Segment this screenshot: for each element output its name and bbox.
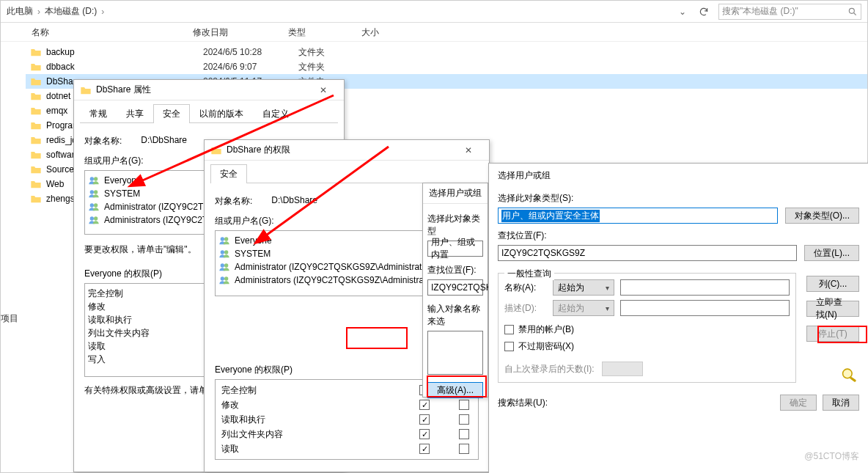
breadcrumb-disk[interactable]: 本地磁盘 (D:) — [45, 5, 97, 18]
allow-checkbox[interactable] — [419, 429, 430, 439]
user-name: Administrators (IZQY9C2T — [104, 215, 207, 225]
header-size[interactable]: 大小 — [356, 23, 414, 41]
titlebar[interactable]: DbShare 的权限 ✕ — [205, 140, 489, 161]
tab[interactable]: 以前的版本 — [190, 104, 253, 123]
header-date[interactable]: 修改日期 — [187, 23, 282, 41]
close-button[interactable]: ✕ — [309, 81, 338, 100]
nonexp-checkbox[interactable] — [504, 342, 514, 351]
loc-label: 查找位置(F): — [498, 230, 859, 242]
user-icon — [88, 175, 100, 186]
breadcrumb-path[interactable]: 此电脑 › 本地磁盘 (D:) › ⌄ — [7, 5, 689, 18]
user-icon — [218, 235, 230, 246]
tab-security[interactable]: 安全 — [210, 164, 247, 183]
user-name: Administrator (IZQY9C2T — [104, 202, 203, 212]
loc-label: 查找位置(F): — [427, 264, 483, 276]
header-type[interactable]: 类型 — [282, 23, 356, 41]
desc-mode-dropdown[interactable]: 起始为 — [553, 300, 614, 316]
svg-point-0 — [849, 8, 854, 13]
tab[interactable]: 常规 — [80, 104, 117, 123]
folder-icon — [30, 106, 42, 116]
columns-button[interactable]: 列(C)... — [806, 276, 859, 292]
object-label: 对象名称: — [84, 135, 122, 147]
days-dropdown[interactable] — [602, 362, 643, 376]
svg-point-2 — [90, 177, 94, 180]
svg-point-11 — [224, 237, 228, 241]
name-mode-dropdown[interactable]: 起始为 — [553, 279, 614, 296]
nonexp-label: 不过期密码(X) — [518, 340, 574, 353]
user-name: SYSTEM — [104, 188, 140, 199]
search-input[interactable]: 搜索"本地磁盘 (D:)" — [718, 4, 861, 20]
column-headers: 名称 修改日期 类型 大小 — [1, 23, 867, 42]
advanced-button[interactable]: 高级(A)... — [427, 382, 483, 398]
header-name[interactable]: 名称 — [26, 23, 187, 41]
deny-checkbox[interactable] — [459, 444, 469, 454]
user-icon — [218, 275, 230, 285]
file-name: backup — [46, 47, 203, 57]
svg-point-16 — [221, 276, 224, 280]
folder-icon — [80, 85, 92, 95]
disabled-checkbox[interactable] — [504, 325, 514, 334]
file-row[interactable]: backup2024/6/5 10:28文件夹 — [26, 45, 867, 59]
dialog-title: 选择用户或组 — [429, 187, 482, 199]
svg-point-13 — [224, 250, 228, 254]
ok-button[interactable]: 确定 — [780, 395, 817, 411]
svg-point-10 — [221, 237, 224, 241]
user-name: Administrator (IZQY9C2TQSKGS9Z\Administr… — [235, 262, 433, 272]
stop-button[interactable]: 停止(T) — [806, 326, 859, 342]
name-input[interactable] — [620, 279, 790, 296]
user-name: Everyone — [104, 175, 141, 186]
breadcrumb-sep: › — [37, 7, 40, 17]
object-label: 对象名称: — [215, 195, 252, 208]
close-button[interactable]: ✕ — [454, 141, 483, 160]
locations-button[interactable]: 位置(L)... — [804, 245, 859, 261]
location-field[interactable]: IZQY9C2TQSKGS9Z — [498, 245, 797, 261]
type-field: 用户、组或内置 — [427, 241, 483, 257]
cancel-button[interactable]: 取消 — [823, 395, 859, 411]
perm-name: 读取 — [221, 443, 239, 455]
tab[interactable]: 共享 — [117, 104, 153, 123]
chevron-down-icon[interactable]: ⌄ — [676, 5, 689, 18]
name-label: 名称(A): — [504, 282, 547, 294]
tab[interactable]: 自定义 — [253, 104, 298, 123]
breadcrumb: 此电脑 › 本地磁盘 (D:) › ⌄ 搜索"本地磁盘 (D:)" — [1, 1, 867, 23]
general-legend: 一般性查询 — [504, 268, 554, 280]
perm-name: 修改 — [221, 399, 239, 411]
type-label: 选择此对象类型 — [427, 213, 483, 238]
svg-point-7 — [94, 203, 98, 207]
file-row[interactable]: dbback2024/6/6 9:07文件夹 — [26, 59, 867, 74]
object-type-field[interactable]: 用户、组或内置安全主体 — [498, 208, 778, 224]
dialog-title: DbShare 属性 — [96, 84, 304, 96]
name-mode-value: 起始为 — [558, 282, 584, 294]
svg-point-4 — [90, 190, 94, 194]
refresh-button[interactable] — [694, 4, 714, 20]
perm-name: 完全控制 — [221, 384, 257, 397]
folder-icon — [30, 194, 42, 204]
refresh-icon — [699, 7, 709, 17]
allow-checkbox[interactable] — [419, 444, 430, 454]
breadcrumb-root[interactable]: 此电脑 — [7, 5, 33, 18]
titlebar[interactable]: 选择用户或组 — [423, 183, 488, 204]
user-icon — [88, 188, 100, 199]
status-item-count: 项目 — [1, 312, 18, 325]
name-field[interactable] — [427, 331, 483, 375]
tab[interactable]: 安全 — [153, 104, 190, 123]
folder-icon — [30, 62, 42, 72]
type-value: 用户、组或内置 — [431, 236, 479, 261]
search-decor-icon — [840, 367, 859, 383]
perm-name: 列出文件夹内容 — [221, 428, 283, 441]
svg-point-18 — [843, 369, 853, 378]
select-users-small: 选择用户或组 选择此对象类型 用户、组或内置 查找位置(F): IZQY9C2T… — [422, 183, 488, 397]
deny-checkbox[interactable] — [459, 429, 469, 439]
result-label: 搜索结果(U): — [498, 397, 548, 409]
desc-input[interactable] — [620, 300, 790, 316]
deny-checkbox[interactable] — [459, 414, 469, 425]
find-now-button[interactable]: 立即查找(N) — [806, 301, 859, 317]
search-placeholder: 搜索"本地磁盘 (D:)" — [722, 5, 798, 18]
loc-value: IZQY9C2TQSKGS9Z — [501, 248, 585, 258]
loc-field: IZQY9C2TQSK — [427, 279, 483, 296]
user-name: Everyone — [235, 235, 272, 246]
allow-checkbox[interactable] — [419, 414, 430, 425]
dialog-body: 选择此对象类型 用户、组或内置 查找位置(F): IZQY9C2TQSK 输入对… — [423, 204, 488, 403]
object-types-button[interactable]: 对象类型(O)... — [785, 208, 859, 224]
titlebar[interactable]: DbShare 属性 ✕ — [74, 80, 344, 100]
